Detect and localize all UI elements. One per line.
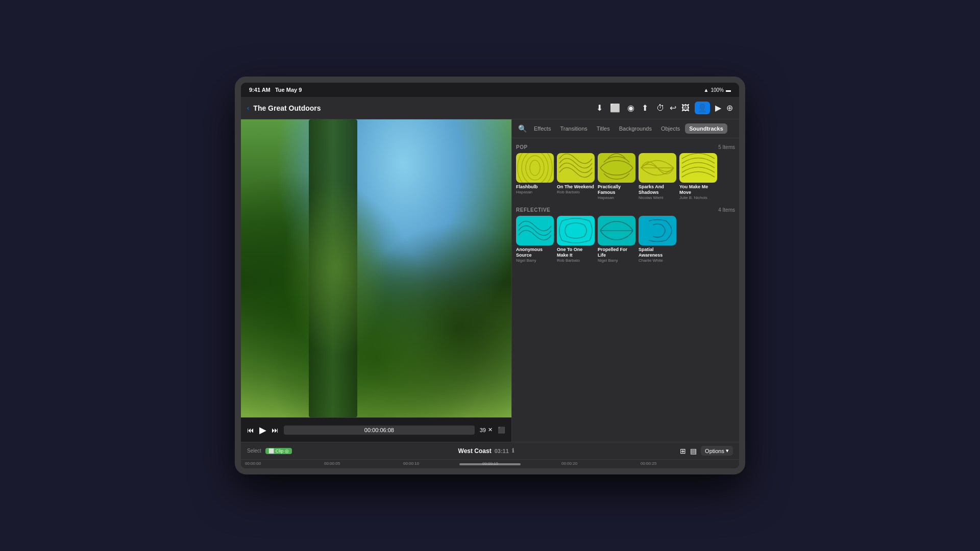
more-icon[interactable]: ⊕ <box>726 103 733 113</box>
skip-back-button[interactable]: ⏮ <box>247 426 254 434</box>
timeline-area: Select ⬜ Clip ◎ West Coast 03:11 ℹ ⊞ ▤ O… <box>241 442 739 474</box>
sound-thumb-propelledforlife <box>598 216 635 245</box>
sound-item-youmakememove[interactable]: You Make Me Move Julie B. Nichols <box>679 153 717 200</box>
svg-point-1 <box>526 156 544 180</box>
sound-thumb-flashbulb <box>516 153 554 183</box>
clip-badge: ⬜ Clip ◎ <box>265 448 292 454</box>
sound-thumb-ontheweekend <box>557 153 595 183</box>
sound-thumb-onetoonemake <box>557 216 595 245</box>
sound-artist-practicallyfamous: Hapasan <box>598 195 635 201</box>
sound-item-onetoonemake[interactable]: One To One Make It Rob Barbato <box>557 216 595 263</box>
tab-objects[interactable]: Objects <box>657 123 684 134</box>
clip-badge-menu-icon: ◎ <box>285 448 289 454</box>
title-clip-day2[interactable]: Day 2 <box>510 470 571 474</box>
ruler-mark-2: 00:00:10 <box>403 461 419 466</box>
tab-backgrounds[interactable]: Backgrounds <box>615 123 656 134</box>
sound-item-sparksshadows[interactable]: Sparks And Shadows Nicolas Wiehl <box>639 153 676 200</box>
clock-icon[interactable]: ⏱ <box>656 104 665 113</box>
select-label: Select <box>247 448 261 454</box>
undo-icon[interactable]: ↩ <box>670 103 676 113</box>
sound-name-practicallyfamous: Practically Famous <box>598 184 635 195</box>
video-preview: ⏮ ▶ ⏭ 00:00:06:08 39 ✕ ⬛ <box>241 119 511 442</box>
sound-name-youmakememove: You Make Me Move <box>679 184 717 195</box>
sound-item-spatialawareness[interactable]: Spatial Awareness Charlie White <box>639 216 676 263</box>
sound-grid-pop: Flashbulb Hapasan <box>516 153 735 200</box>
options-chevron-icon: ▾ <box>726 447 729 454</box>
options-button[interactable]: Options ▾ <box>701 446 733 456</box>
right-toolbar-icons: ⏱ ↩ 🖼 👤 ▶ ⊕ <box>656 102 733 114</box>
status-time: 9:41 AM Tue May 9 <box>249 87 302 93</box>
section-pop-header: POP 5 Items <box>516 144 735 150</box>
spatialawareness-pattern <box>639 216 676 245</box>
play-button[interactable]: ▶ <box>259 424 266 436</box>
project-title: The Great Outdoors <box>253 104 596 112</box>
sound-item-ontheweekend[interactable]: On The Weekend Rob Barbato <box>557 153 595 200</box>
ruler-mark-0: 00:00:00 <box>245 461 261 466</box>
sound-name-spatialawareness: Spatial Awareness <box>639 247 676 258</box>
timeline-right: ⊞ ▤ Options ▾ <box>680 446 733 456</box>
moss-detail <box>282 179 390 358</box>
sound-name-onetoonemake: One To One Make It <box>557 247 595 258</box>
sound-name-sparksshadows: Sparks And Shadows <box>639 184 676 195</box>
video-frame <box>241 119 511 417</box>
timeline-tracks[interactable]: The Great Outdoors Day 1 Bumper Day 2 <box>241 469 739 474</box>
skip-forward-button[interactable]: ⏭ <box>272 426 279 434</box>
svg-point-0 <box>530 160 540 176</box>
sound-name-ontheweekend: On The Weekend <box>557 184 595 190</box>
wifi-icon: ▲ <box>704 87 709 93</box>
sound-name-anonymoussource: Anonymous Source <box>516 247 554 258</box>
timeline-center: West Coast 03:11 ℹ <box>292 447 680 455</box>
battery-icon: ▬ <box>726 87 731 93</box>
voiceover-icon[interactable]: ◉ <box>627 103 634 113</box>
panel-tabs: 🔍 Effects Transitions Titles Backgrounds… <box>512 119 739 138</box>
back-button[interactable]: ‹ <box>247 104 249 112</box>
photos-icon[interactable]: 🖼 <box>681 104 690 113</box>
timeline-grid-icon[interactable]: ⊞ <box>680 447 686 455</box>
sound-item-practicallyfamous[interactable]: Practically Famous Hapasan <box>598 153 635 200</box>
tab-titles[interactable]: Titles <box>593 123 614 134</box>
tab-transitions[interactable]: Transitions <box>556 123 591 134</box>
sound-item-propelledforlife[interactable]: Propelled For Life Nigel Barry <box>598 216 635 263</box>
view-mode-icon[interactable]: ⬛ <box>498 427 505 434</box>
sound-name-propelledforlife: Propelled For Life <box>598 247 635 258</box>
top-toolbar: ‹ The Great Outdoors ⬇ ⬜ ◉ ⬆ ⏱ ↩ 🖼 👤 ▶ ⊕ <box>241 97 739 119</box>
back-chevron-icon: ‹ <box>247 104 249 112</box>
section-pop-count: 5 Items <box>718 144 735 150</box>
sound-thumb-sparksshadows <box>639 153 676 183</box>
timeline-info-icon[interactable]: ℹ <box>512 447 514 454</box>
camera-record-icon[interactable]: ⬜ <box>610 103 620 113</box>
share-icon[interactable]: ⬆ <box>642 103 648 113</box>
battery-label: 100% <box>710 87 724 93</box>
tab-effects[interactable]: Effects <box>530 123 555 134</box>
panel-search-button[interactable]: 🔍 <box>516 122 529 135</box>
sound-item-anonymoussource[interactable]: Anonymous Source Nigel Barry <box>516 216 554 263</box>
zoom-display: 39 ✕ <box>480 427 493 433</box>
home-indicator <box>459 463 521 465</box>
sound-artist-sparksshadows: Nicolas Wiehl <box>639 195 676 201</box>
playback-icon[interactable]: ▶ <box>715 103 721 113</box>
time-display: 00:00:06:08 <box>284 425 475 435</box>
right-panel: 🔍 Effects Transitions Titles Backgrounds… <box>511 119 739 442</box>
timeline-layout-icon[interactable]: ▤ <box>690 447 697 455</box>
sound-artist-onetoonemake: Rob Barbato <box>557 258 595 263</box>
tab-soundtracks[interactable]: Soundtracks <box>685 123 727 134</box>
ontheweekend-pattern <box>557 153 595 183</box>
title-clip-main[interactable]: The Great Outdoors <box>243 470 294 474</box>
ruler-mark-4: 00:00:20 <box>561 461 577 466</box>
status-right: ▲ 100% ▬ <box>704 87 731 93</box>
section-reflective-count: 4 Items <box>718 207 735 213</box>
sound-item-flashbulb[interactable]: Flashbulb Hapasan <box>516 153 554 200</box>
sound-thumb-spatialawareness <box>639 216 676 245</box>
video-area <box>241 119 511 417</box>
main-content: ⏮ ▶ ⏭ 00:00:06:08 39 ✕ ⬛ 🔍 Effects Trans… <box>241 119 739 442</box>
people-icon[interactable]: 👤 <box>695 102 710 114</box>
playhead <box>343 469 344 474</box>
title-clip-day1[interactable]: Day 1 <box>317 470 384 474</box>
sound-thumb-anonymoussource <box>516 216 554 245</box>
title-clip-bumper[interactable]: Bumper <box>389 470 440 474</box>
practicallyfamous-pattern <box>598 153 635 183</box>
video-controls: ⏮ ▶ ⏭ 00:00:06:08 39 ✕ ⬛ <box>241 417 511 442</box>
youmakememove-pattern <box>679 153 717 183</box>
download-icon[interactable]: ⬇ <box>596 103 603 113</box>
ruler-mark-5: 00:00:25 <box>641 461 656 466</box>
